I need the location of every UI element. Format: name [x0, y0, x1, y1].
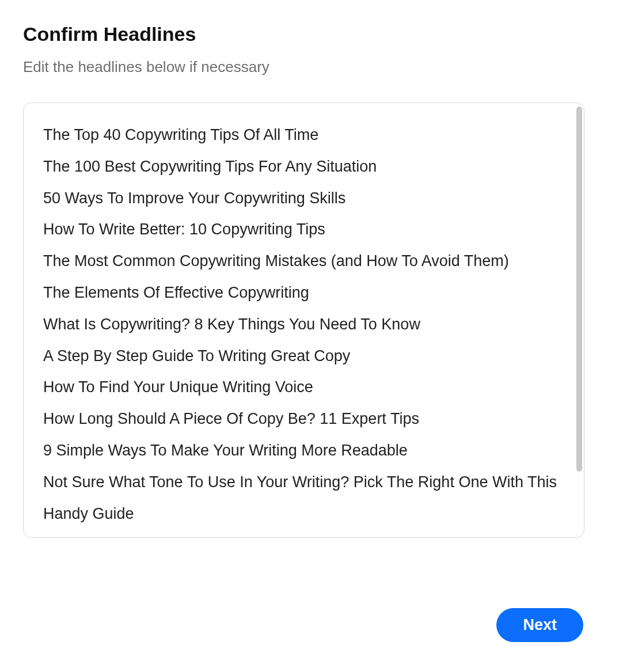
headline-item[interactable]: The Most Common Copywriting Mistakes (an… — [43, 245, 564, 277]
headlines-list: The Top 40 Copywriting Tips Of All Time … — [24, 103, 584, 537]
page-subtitle: Edit the headlines below if necessary — [23, 58, 596, 76]
scrollbar-track[interactable] — [576, 107, 582, 534]
headlines-editor[interactable]: The Top 40 Copywriting Tips Of All Time … — [23, 102, 584, 538]
headline-item[interactable]: The 100 Best Copywriting Tips For Any Si… — [43, 151, 564, 183]
headline-item[interactable]: 9 Simple Ways To Make Your Writing More … — [43, 435, 564, 466]
headline-item[interactable]: Not Sure What Tone To Use In Your Writin… — [43, 466, 564, 530]
headline-item[interactable]: 50 Ways To Improve Your Copywriting Skil… — [43, 183, 564, 214]
headline-item[interactable]: A Step By Step Guide To Writing Great Co… — [43, 340, 564, 372]
headline-item[interactable]: How To Find Your Unique Writing Voice — [43, 371, 564, 403]
headline-item[interactable]: The Elements Of Effective Copywriting — [43, 277, 564, 309]
next-button[interactable]: Next — [496, 608, 583, 642]
headline-item[interactable]: The Top 40 Copywriting Tips Of All Time — [43, 119, 564, 151]
headline-item[interactable]: How To Write Better: 10 Copywriting Tips — [43, 214, 564, 245]
headline-item[interactable]: How Long Should A Piece Of Copy Be? 11 E… — [43, 403, 564, 435]
headline-item[interactable]: What Is Copywriting? 8 Key Things You Ne… — [43, 309, 564, 340]
page-title: Confirm Headlines — [23, 23, 596, 45]
scrollbar-thumb[interactable] — [576, 107, 582, 472]
